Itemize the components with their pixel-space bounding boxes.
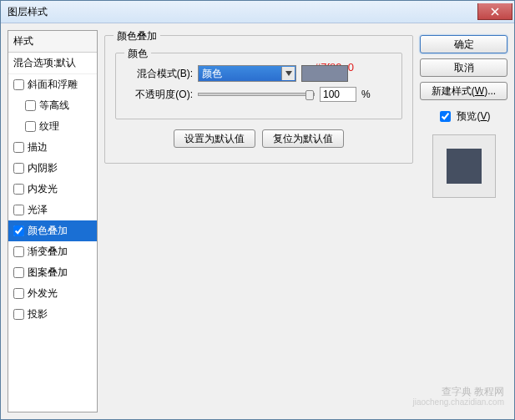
color-subgroup-title: 颜色 <box>124 47 151 61</box>
sidebar-item-label: 投影 <box>28 307 48 321</box>
opacity-input[interactable] <box>320 87 356 102</box>
blend-mode-value: 颜色 <box>202 67 222 81</box>
sidebar-item-label: 图案叠加 <box>28 266 68 280</box>
preview-toggle-row: 预览(V) <box>420 109 507 124</box>
sidebar-item-checkbox[interactable] <box>13 246 24 257</box>
sidebar-item-2[interactable]: 纹理 <box>8 116 97 137</box>
chevron-down-icon <box>281 67 295 80</box>
sidebar-item-11[interactable]: 投影 <box>8 304 97 325</box>
sidebar-item-4[interactable]: 内阴影 <box>8 158 97 179</box>
sidebar-item-checkbox[interactable] <box>13 142 24 153</box>
styles-sidebar: 样式 混合选项:默认 斜面和浮雕等高线纹理描边内阴影内发光光泽颜色叠加渐变叠加图… <box>8 30 98 412</box>
blend-mode-label: 混合模式(B): <box>124 67 193 81</box>
opacity-slider[interactable] <box>198 93 315 96</box>
preview-swatch <box>447 149 482 184</box>
group-title: 颜色叠加 <box>114 29 160 43</box>
sidebar-item-checkbox[interactable] <box>13 205 24 215</box>
sidebar-item-10[interactable]: 外发光 <box>8 283 97 304</box>
window-title: 图层样式 <box>8 5 48 19</box>
set-default-button[interactable]: 设置为默认值 <box>174 129 255 148</box>
layer-style-dialog: 图层样式 样式 混合选项:默认 斜面和浮雕等高线纹理描边内阴影内发光光泽颜色叠加… <box>0 0 515 420</box>
sidebar-item-checkbox[interactable] <box>25 100 36 111</box>
opacity-row: 不透明度(O): % <box>124 87 393 102</box>
sidebar-item-1[interactable]: 等高线 <box>8 95 97 116</box>
sidebar-item-label: 内阴影 <box>28 161 58 175</box>
sidebar-item-checkbox[interactable] <box>13 225 24 236</box>
sidebar-item-checkbox[interactable] <box>25 121 36 132</box>
sidebar-item-checkbox[interactable] <box>13 79 24 90</box>
blend-mode-select[interactable]: 颜色 <box>198 65 296 82</box>
default-buttons-row: 设置为默认值 复位为默认值 <box>115 129 402 148</box>
color-overlay-group: 颜色叠加 #7f89a0 颜色 混合模式(B): 颜色 <box>104 35 413 164</box>
sidebar-item-5[interactable]: 内发光 <box>8 179 97 200</box>
sidebar-blend-default[interactable]: 混合选项:默认 <box>8 53 97 74</box>
sidebar-item-label: 等高线 <box>39 99 69 113</box>
preview-checkbox[interactable] <box>440 111 451 122</box>
preview-box <box>432 134 496 198</box>
dialog-body: 样式 混合选项:默认 斜面和浮雕等高线纹理描边内阴影内发光光泽颜色叠加渐变叠加图… <box>1 23 514 419</box>
sidebar-item-9[interactable]: 图案叠加 <box>8 262 97 283</box>
sidebar-item-3[interactable]: 描边 <box>8 137 97 158</box>
reset-default-button[interactable]: 复位为默认值 <box>262 129 344 148</box>
sidebar-item-0[interactable]: 斜面和浮雕 <box>8 74 97 95</box>
sidebar-item-6[interactable]: 光泽 <box>8 200 97 220</box>
sidebar-item-label: 斜面和浮雕 <box>28 78 78 92</box>
opacity-unit: % <box>361 89 371 100</box>
sidebar-item-label: 纹理 <box>39 119 59 134</box>
sidebar-item-7[interactable]: 颜色叠加 <box>8 220 97 241</box>
sidebar-item-checkbox[interactable] <box>13 163 24 174</box>
sidebar-item-checkbox[interactable] <box>13 184 24 195</box>
opacity-label: 不透明度(O): <box>124 88 193 102</box>
sidebar-item-checkbox[interactable] <box>13 309 24 320</box>
color-swatch[interactable] <box>301 65 348 82</box>
sidebar-header[interactable]: 样式 <box>8 31 97 53</box>
cancel-button[interactable]: 取消 <box>420 58 507 77</box>
opacity-slider-thumb[interactable] <box>305 90 314 100</box>
settings-panel: 颜色叠加 #7f89a0 颜色 混合模式(B): 颜色 <box>104 30 413 412</box>
close-icon <box>491 8 499 16</box>
sidebar-item-label: 光泽 <box>28 203 48 217</box>
sidebar-item-label: 描边 <box>28 140 48 154</box>
right-column: 确定 取消 新建样式(W)... 预览(V) <box>420 30 507 412</box>
color-subgroup: 颜色 混合模式(B): 颜色 不透明度(O): <box>115 53 402 119</box>
blend-mode-row: 混合模式(B): 颜色 <box>124 65 393 82</box>
titlebar[interactable]: 图层样式 <box>1 1 514 23</box>
sidebar-item-checkbox[interactable] <box>13 267 24 278</box>
sidebar-item-label: 渐变叠加 <box>28 245 68 259</box>
sidebar-item-label: 外发光 <box>28 286 58 301</box>
preview-label: 预览(V) <box>457 109 490 124</box>
new-style-button[interactable]: 新建样式(W)... <box>420 82 507 100</box>
sidebar-item-8[interactable]: 渐变叠加 <box>8 241 97 262</box>
ok-button[interactable]: 确定 <box>420 35 507 53</box>
sidebar-item-checkbox[interactable] <box>13 288 24 299</box>
sidebar-item-label: 内发光 <box>28 182 58 196</box>
sidebar-item-label: 颜色叠加 <box>28 224 68 238</box>
close-button[interactable] <box>477 3 512 20</box>
